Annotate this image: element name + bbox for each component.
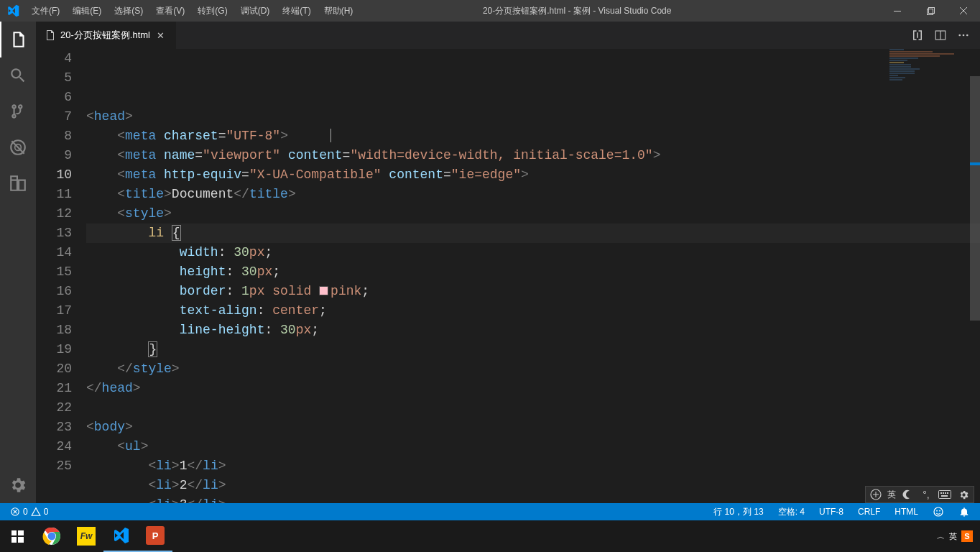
menu-help[interactable]: 帮助(H): [318, 0, 360, 22]
ime-punct-icon[interactable]: °,: [919, 487, 933, 502]
ime-settings-icon[interactable]: [956, 487, 971, 502]
warning-icon: [31, 507, 41, 517]
ime-toolbar[interactable]: 英 °,: [865, 486, 974, 503]
compare-icon[interactable]: [911, 29, 924, 42]
tab-close-icon[interactable]: ✕: [154, 30, 167, 41]
menu-bar: 文件(F) 编辑(E) 选择(S) 查看(V) 转到(G) 调试(D) 终端(T…: [25, 0, 359, 22]
svg-point-13: [939, 510, 940, 512]
menu-go[interactable]: 转到(G): [191, 0, 234, 22]
status-encoding[interactable]: UTF-8: [816, 503, 846, 520]
ime-lang[interactable]: 英: [887, 489, 896, 501]
svg-rect-19: [947, 492, 948, 494]
taskbar-chrome[interactable]: [34, 520, 69, 552]
close-button[interactable]: [947, 0, 980, 22]
status-cursor-position[interactable]: 行 10，列 13: [711, 503, 766, 520]
svg-rect-23: [11, 537, 17, 543]
menu-selection[interactable]: 选择(S): [108, 0, 149, 22]
svg-rect-22: [18, 530, 24, 535]
code-editor[interactable]: 45678910111213141516171819202122232425 <…: [36, 49, 980, 503]
settings-gear-icon[interactable]: [0, 467, 36, 503]
tray-chevron-icon[interactable]: ︿: [937, 531, 945, 542]
tray-lang[interactable]: 英: [949, 531, 957, 542]
maximize-button[interactable]: [914, 0, 947, 22]
svg-point-8: [963, 34, 965, 37]
status-notifications-icon[interactable]: [956, 503, 973, 520]
status-language[interactable]: HTML: [892, 503, 921, 520]
workbench: 20-分页按钮案例.html ✕ 45678910111213141516171…: [0, 22, 980, 503]
windows-taskbar: Fw P ︿ 英 S: [0, 520, 980, 552]
menu-terminal[interactable]: 终端(T): [276, 0, 317, 22]
svg-rect-1: [927, 9, 933, 14]
taskbar-powerpoint[interactable]: P: [138, 520, 172, 552]
explorer-icon[interactable]: [0, 22, 36, 58]
tab-active[interactable]: 20-分页按钮案例.html ✕: [36, 22, 176, 49]
menu-edit[interactable]: 编辑(E): [66, 0, 108, 22]
status-bar: 0 0 行 10，列 13 空格: 4 UTF-8 CRLF HTML: [0, 503, 980, 520]
system-tray[interactable]: ︿ 英 S: [937, 530, 980, 542]
editor-scrollbar[interactable]: [970, 76, 980, 503]
app-logo: [0, 4, 25, 17]
extensions-icon[interactable]: [0, 165, 36, 201]
ime-logo-icon[interactable]: [869, 487, 883, 502]
text-cursor: [330, 129, 331, 142]
file-icon: [45, 29, 56, 41]
split-editor-icon[interactable]: [934, 29, 947, 42]
menu-file[interactable]: 文件(F): [25, 0, 66, 22]
debug-icon[interactable]: [0, 129, 36, 165]
svg-rect-17: [943, 492, 944, 494]
window-controls: [881, 0, 980, 22]
status-feedback-icon[interactable]: [930, 503, 947, 520]
status-indentation[interactable]: 空格: 4: [775, 503, 808, 520]
start-button[interactable]: [0, 520, 34, 552]
editor-actions: [911, 22, 980, 49]
menu-view[interactable]: 查看(V): [149, 0, 191, 22]
status-problems[interactable]: 0 0: [7, 503, 51, 520]
svg-point-7: [958, 34, 961, 37]
title-bar: 文件(F) 编辑(E) 选择(S) 查看(V) 转到(G) 调试(D) 终端(T…: [0, 0, 980, 22]
editor-group: 20-分页按钮案例.html ✕ 45678910111213141516171…: [36, 22, 980, 503]
taskbar-fw[interactable]: Fw: [69, 520, 103, 552]
minimize-button[interactable]: [881, 0, 914, 22]
svg-point-9: [966, 34, 969, 37]
error-count: 0: [23, 507, 28, 517]
svg-rect-21: [11, 530, 17, 535]
svg-rect-2: [928, 7, 934, 13]
svg-rect-20: [941, 495, 948, 497]
scrollbar-thumb[interactable]: [970, 76, 980, 321]
svg-point-12: [936, 510, 938, 512]
ime-moon-icon[interactable]: [900, 487, 915, 502]
svg-rect-15: [939, 491, 951, 499]
menu-debug[interactable]: 调试(D): [234, 0, 277, 22]
svg-rect-16: [940, 492, 942, 494]
error-icon: [10, 507, 20, 517]
line-numbers: 45678910111213141516171819202122232425: [36, 49, 86, 503]
activity-bar: [0, 22, 36, 503]
svg-point-11: [934, 507, 943, 516]
svg-rect-0: [894, 11, 901, 12]
taskbar-vscode[interactable]: [103, 520, 138, 552]
source-control-icon[interactable]: [0, 93, 36, 129]
tab-bar: 20-分页按钮案例.html ✕: [36, 22, 980, 49]
search-icon[interactable]: [0, 58, 36, 93]
tab-label: 20-分页按钮案例.html: [60, 29, 150, 42]
window-title: 20-分页按钮案例.html - 案例 - Visual Studio Code: [359, 5, 881, 17]
svg-rect-24: [18, 537, 24, 543]
svg-rect-18: [945, 492, 946, 494]
status-eol[interactable]: CRLF: [855, 503, 883, 520]
tray-sogou-icon[interactable]: S: [961, 530, 973, 542]
ime-keyboard-icon[interactable]: [938, 487, 952, 502]
scroll-marker: [970, 162, 980, 165]
more-actions-icon[interactable]: [957, 29, 970, 42]
code-content[interactable]: <head> <meta charset="UTF-8"> <meta name…: [86, 49, 980, 503]
warning-count: 0: [44, 507, 49, 517]
